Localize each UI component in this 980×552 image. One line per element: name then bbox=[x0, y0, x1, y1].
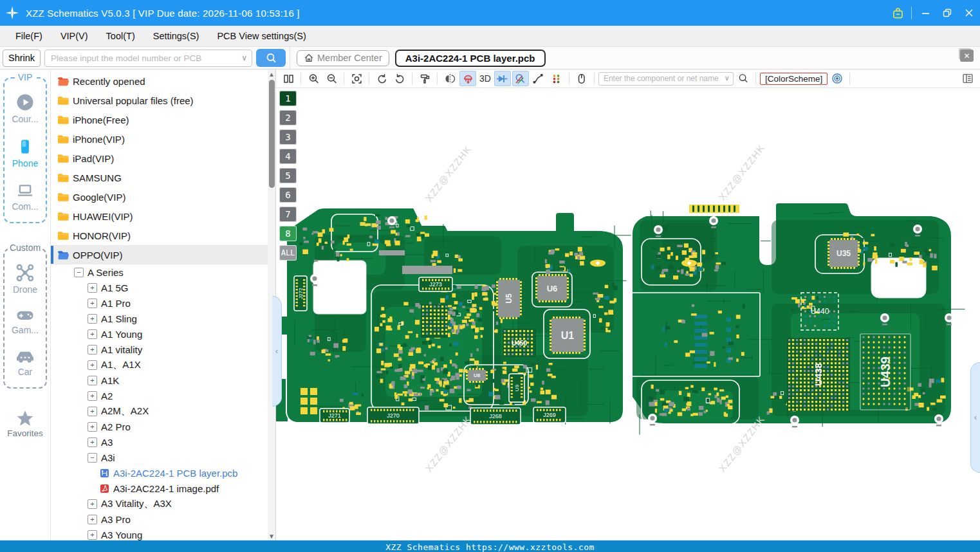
model-search-input[interactable] bbox=[44, 50, 252, 67]
color-dots-button[interactable] bbox=[548, 71, 565, 86]
tree-item[interactable]: −A3i bbox=[51, 450, 275, 465]
expand-icon[interactable]: + bbox=[88, 422, 97, 432]
layer-button-7[interactable]: 7 bbox=[279, 207, 297, 222]
mirror-flip-button[interactable] bbox=[441, 71, 458, 86]
scroll-down-icon[interactable]: ▼ bbox=[268, 531, 275, 540]
pcb-canvas[interactable]: 12345678ALL J272J273U5U6U1U450U8U9J271J2… bbox=[276, 88, 980, 540]
expand-icon[interactable]: + bbox=[88, 391, 97, 401]
expand-icon[interactable]: + bbox=[88, 360, 97, 370]
layer-button-5[interactable]: 5 bbox=[279, 168, 297, 183]
sidebar-item-com[interactable]: Com... bbox=[12, 181, 38, 212]
diode-button[interactable] bbox=[494, 71, 511, 86]
paint-roller-button[interactable] bbox=[416, 71, 433, 86]
lamp-button[interactable] bbox=[459, 71, 476, 86]
fit-screen-button[interactable] bbox=[348, 71, 365, 86]
expand-icon[interactable]: + bbox=[88, 283, 97, 293]
mouse-button[interactable] bbox=[573, 71, 590, 86]
license-lock-icon[interactable] bbox=[887, 0, 909, 26]
split-view-button[interactable] bbox=[280, 71, 297, 86]
member-center-button[interactable]: Member Center bbox=[297, 50, 389, 66]
probe-button[interactable] bbox=[512, 71, 529, 86]
menu-item-1[interactable]: VIP(V) bbox=[51, 31, 97, 41]
collapse-icon[interactable]: − bbox=[88, 453, 97, 463]
collapse-tree-panel-handle[interactable]: ‹ bbox=[272, 296, 282, 407]
menu-item-3[interactable]: Settings(S) bbox=[144, 31, 208, 41]
shrink-button[interactable]: Shrink bbox=[3, 50, 41, 67]
tree-item[interactable]: Google(VIP) bbox=[51, 187, 275, 207]
tree-item[interactable]: HUAWEI(VIP) bbox=[51, 207, 275, 226]
layer-button-6[interactable]: 6 bbox=[279, 187, 297, 203]
tree-item[interactable]: +A1K bbox=[51, 373, 275, 388]
rotate-left-button[interactable] bbox=[373, 71, 390, 86]
expand-icon[interactable]: + bbox=[88, 329, 97, 339]
panel-list-icon[interactable] bbox=[959, 71, 976, 86]
tree-item[interactable]: A3i-2AC224-1 image.pdf bbox=[51, 481, 275, 496]
rotate-right-button[interactable] bbox=[391, 71, 408, 86]
tree-item[interactable]: iPad(VIP) bbox=[51, 149, 275, 168]
tree-item[interactable]: Recently opened bbox=[51, 71, 275, 91]
minimize-button[interactable] bbox=[914, 0, 936, 26]
expand-icon[interactable]: + bbox=[88, 437, 97, 447]
tree-item[interactable]: +A2M、A2X bbox=[51, 403, 275, 419]
collapse-right-panel-handle[interactable]: ‹ bbox=[970, 362, 980, 473]
tree-item[interactable]: OPPO(VIP) bbox=[51, 245, 275, 264]
close-button[interactable] bbox=[958, 0, 980, 26]
color-scheme-button[interactable]: [ColorScheme] bbox=[760, 73, 827, 85]
expand-icon[interactable]: + bbox=[88, 515, 97, 524]
wire-button[interactable] bbox=[530, 71, 547, 86]
tree-item[interactable]: +A1、A1X bbox=[51, 357, 275, 373]
close-all-tabs-icon[interactable]: ✕ bbox=[960, 50, 974, 62]
menu-item-4[interactable]: PCB View settings(S) bbox=[208, 31, 315, 41]
layer-button-4[interactable]: 4 bbox=[279, 149, 297, 164]
menu-item-0[interactable]: File(F) bbox=[6, 31, 51, 41]
layer-button-1[interactable]: 1 bbox=[279, 91, 297, 106]
tree-item[interactable]: iPhone(Free) bbox=[51, 110, 275, 129]
tree-item[interactable]: +A3 Pro bbox=[51, 511, 275, 527]
view-3d-button[interactable]: 3D bbox=[477, 71, 493, 86]
expand-icon[interactable]: + bbox=[88, 345, 97, 354]
tree-item[interactable]: +A3 Young bbox=[51, 527, 275, 540]
tree-item[interactable]: SAMSUNG bbox=[51, 168, 275, 187]
expand-icon[interactable]: + bbox=[88, 499, 97, 509]
sidebar-item-car[interactable]: Car bbox=[15, 348, 35, 377]
tree-item[interactable]: Universal popular files (free) bbox=[51, 91, 275, 110]
sidebar-item-phone[interactable]: Phone bbox=[12, 137, 38, 169]
expand-icon[interactable]: + bbox=[88, 376, 97, 385]
zoom-out-button[interactable] bbox=[323, 71, 340, 86]
tree-item[interactable]: +A1 vitality bbox=[51, 342, 275, 357]
tree-item[interactable]: +A1 Sling bbox=[51, 311, 275, 326]
tree-item[interactable]: +A1 Pro bbox=[51, 295, 275, 311]
expand-icon[interactable]: + bbox=[88, 299, 97, 308]
tree-item[interactable]: HONOR(VIP) bbox=[51, 226, 275, 245]
tree-item[interactable]: −A Series bbox=[51, 264, 275, 280]
tree-item[interactable]: A3i-2AC224-1 PCB layer.pcb bbox=[51, 465, 275, 481]
menu-item-2[interactable]: Tool(T) bbox=[97, 31, 144, 41]
sidebar-item-gam[interactable]: Gam... bbox=[12, 308, 39, 335]
component-search-go-button[interactable] bbox=[735, 71, 752, 86]
sidebar-item-drone[interactable]: Drone bbox=[13, 263, 37, 295]
eye-visibility-icon[interactable] bbox=[829, 71, 846, 86]
component-search-input[interactable] bbox=[598, 72, 734, 86]
tree-item[interactable]: +A2 Pro bbox=[51, 419, 275, 434]
sidebar-item-favorites[interactable]: Favorites bbox=[0, 409, 50, 438]
tree-item[interactable]: +A3 Vitality、A3X bbox=[51, 496, 275, 511]
layer-button-all[interactable]: ALL bbox=[279, 245, 297, 261]
scroll-up-icon[interactable]: ▲ bbox=[268, 69, 275, 78]
tree-item[interactable]: +A1 5G bbox=[51, 280, 275, 295]
tree-item[interactable]: +A1 Young bbox=[51, 326, 275, 342]
expand-icon[interactable]: + bbox=[88, 407, 97, 416]
tab-pcb-file[interactable]: A3i-2AC224-1 PCB layer.pcb bbox=[395, 50, 546, 67]
layer-button-8[interactable]: 8 bbox=[279, 226, 297, 241]
tree-item[interactable]: iPhone(VIP) bbox=[51, 129, 275, 149]
expand-icon[interactable]: + bbox=[88, 314, 97, 324]
sidebar-item-cour[interactable]: Cour... bbox=[12, 93, 38, 124]
layer-button-3[interactable]: 3 bbox=[279, 129, 297, 145]
restore-button[interactable] bbox=[936, 0, 958, 26]
search-button[interactable] bbox=[256, 49, 286, 67]
tree-item[interactable]: +A2 bbox=[51, 388, 275, 403]
tree-scrollbar-thumb[interactable] bbox=[269, 80, 275, 188]
layer-button-2[interactable]: 2 bbox=[279, 110, 297, 125]
collapse-icon[interactable]: − bbox=[74, 268, 84, 277]
tree-item[interactable]: +A3 bbox=[51, 434, 275, 450]
zoom-in-button[interactable] bbox=[305, 71, 322, 86]
